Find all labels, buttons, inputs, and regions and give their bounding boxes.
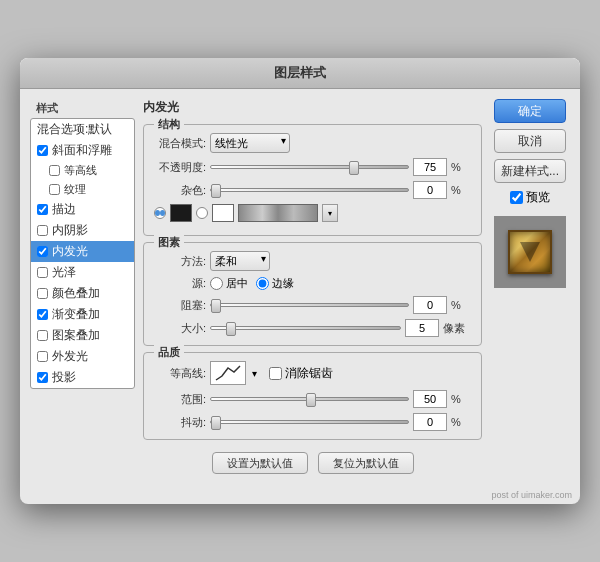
jiegou-title: 结构 <box>154 117 184 132</box>
source-edge-label: 边缘 <box>272 276 294 291</box>
reset-default-btn[interactable]: 复位为默认值 <box>318 452 414 474</box>
color-radio[interactable] <box>154 207 166 219</box>
choke-row: 阻塞: % <box>154 296 471 314</box>
sidebar-item-inner-glow[interactable]: 内发光 <box>31 241 134 262</box>
preview-thumbnail <box>508 230 552 274</box>
title-bar: 图层样式 <box>20 58 580 89</box>
left-panel: 样式 混合选项:默认 斜面和浮雕 等高线 <box>30 99 135 478</box>
range-row: 范围: % <box>154 390 471 408</box>
color-swatch-dark[interactable] <box>170 204 192 222</box>
range-slider[interactable] <box>210 392 409 406</box>
jitter-label: 抖动: <box>154 415 206 430</box>
style-list: 混合选项:默认 斜面和浮雕 等高线 纹理 <box>30 118 135 389</box>
inner-glow-checkbox[interactable] <box>37 246 48 257</box>
size-input[interactable] <box>405 319 439 337</box>
texture-checkbox[interactable] <box>49 184 60 195</box>
sidebar-item-gradient-overlay[interactable]: 渐变叠加 <box>31 304 134 325</box>
set-default-btn[interactable]: 设置为默认值 <box>212 452 308 474</box>
opacity-slider[interactable] <box>210 160 409 174</box>
sidebar-item-bevel[interactable]: 斜面和浮雕 <box>31 140 134 161</box>
antialias-label: 消除锯齿 <box>285 365 333 382</box>
sidebar-item-inner-shadow[interactable]: 内阴影 <box>31 220 134 241</box>
noise-slider[interactable] <box>210 183 409 197</box>
satin-checkbox[interactable] <box>37 267 48 278</box>
footer-row: 设置为默认值 复位为默认值 <box>143 446 482 478</box>
sidebar-item-texture[interactable]: 纹理 <box>31 180 134 199</box>
pattern-overlay-checkbox[interactable] <box>37 330 48 341</box>
preview-box <box>494 216 566 288</box>
dialog-title: 图层样式 <box>274 65 326 80</box>
sidebar-item-pattern-overlay[interactable]: 图案叠加 <box>31 325 134 346</box>
ok-button[interactable]: 确定 <box>494 99 566 123</box>
styles-heading: 样式 <box>36 101 135 116</box>
stroke-label: 描边 <box>52 201 76 218</box>
stroke-checkbox[interactable] <box>37 204 48 215</box>
blend-mode-row: 混合模式: 线性光 <box>154 133 471 153</box>
watermark: post of uimaker.com <box>20 488 580 504</box>
sidebar-item-satin[interactable]: 光泽 <box>31 262 134 283</box>
noise-thumb[interactable] <box>211 184 221 198</box>
color-overlay-checkbox[interactable] <box>37 288 48 299</box>
gradient-radio[interactable] <box>196 207 208 219</box>
sidebar-item-stroke[interactable]: 描边 <box>31 199 134 220</box>
drop-shadow-label: 投影 <box>52 369 76 386</box>
range-input[interactable] <box>413 390 447 408</box>
cancel-button[interactable]: 取消 <box>494 129 566 153</box>
blend-mode-select-wrapper[interactable]: 线性光 <box>210 133 290 153</box>
gradient-swatch[interactable] <box>238 204 318 222</box>
size-slider[interactable] <box>210 321 401 335</box>
color-row: ▾ <box>154 204 471 222</box>
main-panel: 内发光 结构 混合模式: 线性光 不透明度: <box>143 99 482 478</box>
sidebar-item-drop-shadow[interactable]: 投影 <box>31 367 134 388</box>
range-thumb[interactable] <box>306 393 316 407</box>
contour-label: 等高线 <box>64 163 97 178</box>
range-unit: % <box>451 393 471 405</box>
opacity-track <box>210 165 409 169</box>
source-edge-option[interactable]: 边缘 <box>256 276 294 291</box>
noise-track <box>210 188 409 192</box>
new-style-button[interactable]: 新建样式... <box>494 159 566 183</box>
sidebar-item-blend-options[interactable]: 混合选项:默认 <box>31 119 134 140</box>
size-unit: 像素 <box>443 321 471 336</box>
sidebar-item-outer-glow[interactable]: 外发光 <box>31 346 134 367</box>
drop-shadow-checkbox[interactable] <box>37 372 48 383</box>
choke-thumb[interactable] <box>211 299 221 313</box>
size-label: 大小: <box>154 321 206 336</box>
noise-row: 杂色: % <box>154 181 471 199</box>
gradient-dropdown-btn[interactable]: ▾ <box>322 204 338 222</box>
contour-checkbox[interactable] <box>49 165 60 176</box>
method-select[interactable]: 柔和 <box>210 251 270 271</box>
color-swatch-white[interactable] <box>212 204 234 222</box>
source-center-radio[interactable] <box>210 277 223 290</box>
blend-mode-select[interactable]: 线性光 <box>210 133 290 153</box>
method-select-wrapper[interactable]: 柔和 <box>210 251 270 271</box>
sidebar-item-contour[interactable]: 等高线 <box>31 161 134 180</box>
opacity-thumb[interactable] <box>349 161 359 175</box>
size-thumb[interactable] <box>226 322 236 336</box>
contour-label-main: 等高线: <box>154 366 206 381</box>
choke-slider[interactable] <box>210 298 409 312</box>
contour-preview[interactable] <box>210 361 246 385</box>
source-center-option[interactable]: 居中 <box>210 276 248 291</box>
jitter-slider[interactable] <box>210 415 409 429</box>
inner-shadow-checkbox[interactable] <box>37 225 48 236</box>
antialias-checkbox[interactable] <box>269 367 282 380</box>
sidebar-item-color-overlay[interactable]: 颜色叠加 <box>31 283 134 304</box>
outer-glow-checkbox[interactable] <box>37 351 48 362</box>
choke-label: 阻塞: <box>154 298 206 313</box>
pinzhi-title: 品质 <box>154 345 184 360</box>
source-edge-radio[interactable] <box>256 277 269 290</box>
blend-options-label: 混合选项:默认 <box>37 121 112 138</box>
method-label: 方法: <box>154 254 206 269</box>
preview-checkbox[interactable] <box>510 191 523 204</box>
antialias-row: 消除锯齿 <box>269 365 333 382</box>
choke-input[interactable] <box>413 296 447 314</box>
opacity-input[interactable] <box>413 158 447 176</box>
blend-mode-label: 混合模式: <box>154 136 206 151</box>
bevel-checkbox[interactable] <box>37 145 48 156</box>
range-track <box>210 397 409 401</box>
gradient-overlay-checkbox[interactable] <box>37 309 48 320</box>
jitter-input[interactable] <box>413 413 447 431</box>
jitter-thumb[interactable] <box>211 416 221 430</box>
noise-input[interactable] <box>413 181 447 199</box>
